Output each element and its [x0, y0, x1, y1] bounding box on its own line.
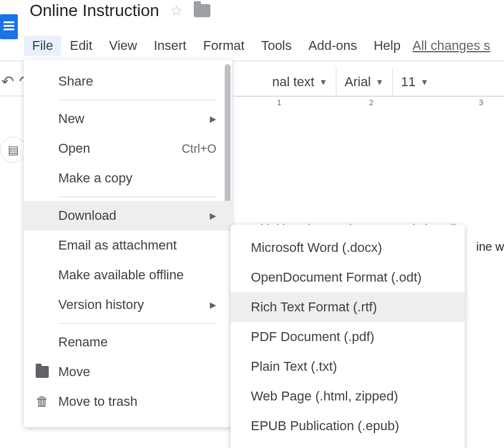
file-menu: Share New ▶ Open Ctrl+O Make a copy Down…	[24, 59, 232, 427]
menu-bar: File Edit View Insert Format Tools Add-o…	[24, 36, 490, 56]
file-menu-trash[interactable]: 🗑 Move to trash	[24, 387, 232, 417]
file-menu-offline[interactable]: Make available offline	[24, 260, 232, 290]
menu-label: Share	[58, 74, 93, 89]
download-submenu: Microsoft Word (.docx) OpenDocument Form…	[231, 225, 465, 448]
menu-divider	[58, 100, 216, 100]
submenu-arrow-icon: ▶	[210, 211, 216, 220]
menu-label: Open	[58, 141, 90, 156]
submenu-arrow-icon: ▶	[210, 300, 216, 310]
menu-divider	[58, 197, 216, 197]
ruler-tick: 2	[369, 98, 373, 107]
menu-divider	[58, 323, 216, 324]
font-select[interactable]: Arial ▼	[336, 68, 392, 96]
file-menu-share[interactable]: Share	[24, 67, 232, 96]
download-rtf[interactable]: Rich Text Format (.rtf)	[231, 292, 465, 322]
file-menu-move[interactable]: Move	[24, 357, 232, 387]
menu-label: Make available offline	[58, 267, 184, 283]
ruler-tick: 1	[277, 98, 281, 107]
paragraph-style-select[interactable]: nal text ▼	[264, 68, 336, 96]
undo-icon[interactable]: ↶	[1, 72, 14, 91]
menu-file[interactable]: File	[24, 36, 61, 56]
folder-icon[interactable]	[194, 4, 210, 17]
save-status[interactable]: All changes s	[412, 38, 490, 53]
menu-insert[interactable]: Insert	[146, 36, 195, 56]
file-menu-version[interactable]: Version history ▶	[24, 290, 232, 320]
chevron-down-icon: ▼	[319, 77, 327, 87]
menu-label: New	[58, 111, 84, 127]
menu-view[interactable]: View	[100, 36, 145, 56]
outline-icon: ▤	[8, 143, 19, 157]
ruler-tick: 3	[479, 98, 483, 107]
menu-shortcut: Ctrl+O	[182, 142, 216, 156]
menu-label: Move	[58, 364, 90, 380]
font-size-select[interactable]: 11 ▼	[392, 68, 437, 96]
file-menu-email[interactable]: Email as attachment	[24, 231, 232, 260]
download-docx[interactable]: Microsoft Word (.docx)	[231, 233, 465, 263]
document-title[interactable]: Online Instruction	[30, 1, 159, 20]
file-menu-open[interactable]: Open Ctrl+O	[24, 134, 232, 163]
chevron-down-icon: ▼	[376, 77, 384, 87]
download-html[interactable]: Web Page (.html, zipped)	[231, 381, 465, 411]
menu-label: Make a copy	[58, 171, 133, 186]
trash-icon: 🗑	[36, 396, 49, 408]
menu-format[interactable]: Format	[195, 36, 253, 56]
star-icon[interactable]: ☆	[170, 2, 183, 19]
file-menu-new[interactable]: New ▶	[24, 104, 232, 134]
download-txt[interactable]: Plain Text (.txt)	[231, 352, 465, 381]
download-epub[interactable]: EPUB Publication (.epub)	[231, 411, 465, 441]
font-size-value: 11	[401, 74, 415, 90]
file-menu-download[interactable]: Download ▶	[24, 201, 232, 231]
download-odt[interactable]: OpenDocument Format (.odt)	[231, 263, 465, 292]
menu-label: Download	[58, 208, 116, 223]
outline-button[interactable]: ▤	[0, 137, 26, 163]
file-menu-make-copy[interactable]: Make a copy	[24, 163, 232, 193]
menu-label: Version history	[58, 297, 144, 313]
menu-help[interactable]: Help	[366, 36, 409, 56]
menu-edit[interactable]: Edit	[61, 36, 100, 56]
ruler: 1 2 3	[235, 96, 504, 111]
app-icon[interactable]	[0, 14, 18, 39]
submenu-arrow-icon: ▶	[210, 114, 216, 124]
menu-tools[interactable]: Tools	[253, 36, 300, 56]
menu-label: Rename	[58, 335, 108, 350]
font-value: Arial	[345, 74, 371, 90]
download-pdf[interactable]: PDF Document (.pdf)	[231, 322, 465, 352]
folder-icon	[36, 366, 49, 378]
menu-label: Email as attachment	[58, 238, 177, 253]
menu-addons[interactable]: Add-ons	[300, 36, 366, 56]
menu-label: Move to trash	[58, 394, 137, 409]
paragraph-style-value: nal text	[272, 74, 314, 90]
file-menu-rename[interactable]: Rename	[24, 327, 232, 357]
chevron-down-icon: ▼	[420, 77, 429, 87]
